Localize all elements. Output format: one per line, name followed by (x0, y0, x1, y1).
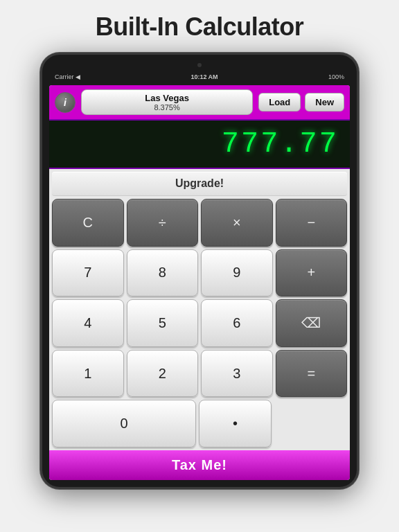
status-bar: Carrier ◀ 10:12 AM 100% (49, 71, 350, 82)
key-decimal[interactable]: • (199, 400, 272, 447)
key-0[interactable]: 0 (52, 400, 196, 447)
key-plus[interactable]: + (276, 249, 348, 297)
key-7[interactable]: 7 (52, 249, 124, 297)
key-divide[interactable]: ÷ (127, 199, 199, 247)
key-row-1: C ÷ × − (52, 199, 347, 247)
time-label: 10:12 AM (190, 73, 218, 80)
location-name: Las Vegas (145, 93, 189, 103)
info-button[interactable]: i (55, 92, 76, 113)
tax-me-button[interactable]: Tax Me! (49, 450, 350, 480)
key-1[interactable]: 1 (52, 350, 124, 398)
calculator-display: 777.77 (49, 119, 350, 169)
key-4[interactable]: 4 (52, 299, 124, 347)
key-row-3: 4 5 6 ⌫ (52, 299, 347, 347)
key-minus[interactable]: − (276, 199, 348, 247)
page-title: Built-In Calculator (96, 12, 304, 42)
key-2[interactable]: 2 (127, 350, 199, 398)
key-equals[interactable]: = (276, 350, 348, 398)
key-6[interactable]: 6 (201, 299, 273, 347)
front-camera (197, 63, 202, 67)
load-button[interactable]: Load (258, 93, 301, 112)
key-row-5: 0 • (52, 400, 347, 447)
key-9[interactable]: 9 (201, 249, 273, 297)
key-8[interactable]: 8 (127, 249, 199, 297)
key-backspace[interactable]: ⌫ (276, 299, 348, 347)
upgrade-banner[interactable]: Upgrade! (52, 172, 347, 196)
new-button[interactable]: New (305, 93, 344, 112)
top-bar: i Las Vegas 8.375% Load New (49, 85, 350, 119)
key-3[interactable]: 3 (201, 350, 273, 398)
carrier-label: Carrier ◀ (55, 73, 80, 80)
key-row-2: 7 8 9 + (52, 249, 347, 297)
keypad: C ÷ × − 7 8 9 + 4 5 6 ⌫ 1 2 (49, 196, 350, 450)
app-screen: i Las Vegas 8.375% Load New 777.77 Upgra… (49, 85, 350, 480)
display-value: 777.77 (222, 127, 339, 161)
battery-label: 100% (328, 73, 344, 80)
location-display: Las Vegas 8.375% (81, 89, 253, 115)
key-row-4: 1 2 3 = (52, 350, 347, 398)
key-5[interactable]: 5 (127, 299, 199, 347)
location-rate: 8.375% (154, 103, 179, 112)
top-buttons: Load New (258, 93, 344, 112)
key-multiply[interactable]: × (201, 199, 273, 247)
key-clear[interactable]: C (52, 199, 124, 247)
ipad-frame: Carrier ◀ 10:12 AM 100% i Las Vegas 8.37… (40, 53, 359, 489)
